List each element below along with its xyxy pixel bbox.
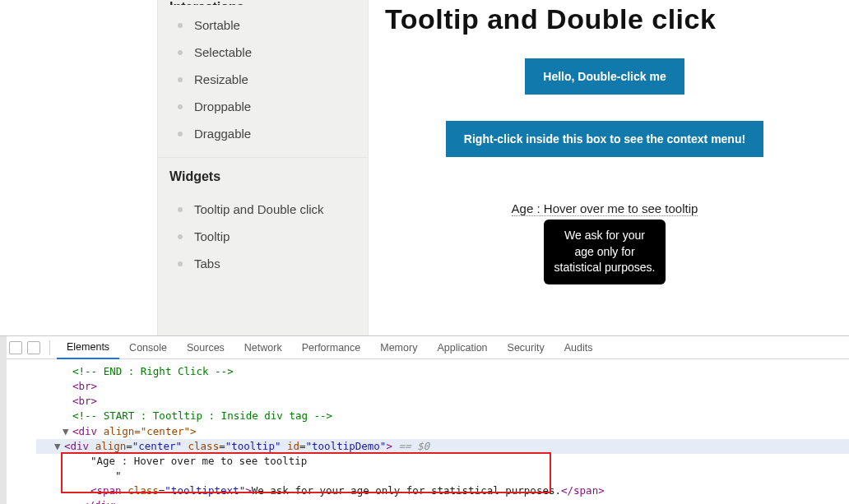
bullet-icon [178, 23, 183, 28]
sidebar-header-widgets: Widgets [158, 157, 368, 189]
bullet-icon [178, 207, 183, 212]
code-value: "tooltiptext" [165, 484, 245, 497]
tooltip-popup: We ask for your age only for statistical… [544, 220, 666, 284]
page-title: Tooltip and Double click [385, 3, 824, 35]
bullet-icon [178, 77, 183, 82]
sidebar-item-draggable[interactable]: Draggable [158, 120, 368, 147]
code-comment: <!-- START : Tootltip : Inside div tag -… [72, 409, 332, 422]
inspect-icon[interactable] [9, 341, 22, 354]
sidebar-item-tabs[interactable]: Tabs [158, 250, 368, 277]
code-tag: > [245, 484, 252, 497]
tab-performance[interactable]: Performance [292, 336, 371, 359]
tab-console[interactable]: Console [119, 336, 177, 359]
sidebar-item-tooltip[interactable]: Tooltip [158, 223, 368, 250]
sidebar-item-label: Sortable [194, 18, 240, 32]
double-click-button[interactable]: Hello, Double-click me [525, 58, 684, 95]
code-text: We ask for your age only for statistical… [252, 484, 561, 497]
tooltip-trigger-text: Age : Hover over me to see tooltip [512, 201, 698, 215]
tab-application[interactable]: Application [427, 336, 497, 359]
code-tag: > [386, 440, 392, 452]
sidebar-list-interactions: Sortable Selectable Resizable Droppable … [158, 5, 368, 157]
sidebar-list-widgets: Tooltip and Double click Tooltip Tabs [158, 189, 368, 287]
bullet-icon [178, 261, 183, 266]
tab-network[interactable]: Network [234, 336, 292, 359]
bullet-icon [178, 104, 183, 109]
sidebar-item-label: Draggable [194, 127, 251, 141]
code-tag: <br> [72, 395, 97, 407]
code-attr: align="center"> [97, 425, 196, 437]
devtools-tabs: Elements Console Sources Network Perform… [0, 336, 849, 359]
sidebar-item-label: Droppable [194, 99, 251, 113]
devtools-dom-tree[interactable]: <!-- END : Right Click --> <br> <br> <!-… [0, 359, 849, 504]
sidebar-item-tooltip-double-click[interactable]: Tooltip and Double click [158, 196, 368, 223]
code-tag: <br> [72, 380, 97, 392]
expand-arrow-icon[interactable]: ▼ [63, 424, 72, 439]
tab-divider [49, 340, 50, 355]
sidebar-item-label: Tooltip [194, 229, 230, 243]
code-tag: <div [64, 440, 89, 452]
expand-arrow-icon[interactable]: ▼ [54, 439, 64, 454]
devtools-side-strip [0, 336, 7, 504]
bullet-icon [178, 234, 183, 239]
bullet-icon [178, 132, 183, 136]
devtools-panel: Elements Console Sources Network Perform… [0, 335, 849, 504]
selected-dom-node[interactable]: ▼<div align="center" class="tooltip" id=… [36, 439, 849, 454]
code-comment: <!-- END : Right Click --> [72, 365, 234, 377]
tab-elements[interactable]: Elements [57, 336, 119, 359]
code-attr: class [182, 440, 219, 452]
sidebar-item-droppable[interactable]: Droppable [158, 93, 368, 120]
bullet-icon [178, 50, 183, 55]
code-text: " [90, 469, 122, 482]
left-gutter [0, 0, 157, 335]
tab-audits[interactable]: Audits [554, 336, 603, 359]
tab-security[interactable]: Security [498, 336, 554, 359]
sidebar-item-label: Selectable [194, 45, 252, 59]
code-text: "Age : Hover over me to see tooltip [90, 455, 307, 467]
code-tag: </span> [561, 484, 605, 497]
main-content: Tooltip and Double click Hello, Double-c… [369, 0, 849, 335]
code-attr: align [89, 440, 126, 452]
code-selection-marker: == $0 [392, 440, 429, 452]
sidebar-item-label: Tabs [194, 257, 220, 270]
code-tag: </div> [82, 499, 119, 504]
sidebar-item-label: Resizable [194, 72, 248, 86]
sidebar-item-selectable[interactable]: Selectable [158, 39, 368, 66]
code-value: "center" [132, 440, 182, 452]
context-menu-row: Right-click inside this box to see the c… [385, 121, 824, 157]
sidebar-item-sortable[interactable]: Sortable [158, 12, 368, 39]
code-attr: class [122, 484, 159, 497]
tab-sources[interactable]: Sources [177, 336, 234, 359]
tooltip-trigger[interactable]: Age : Hover over me to see tooltip We as… [512, 201, 698, 216]
code-attr: id [281, 440, 299, 452]
code-tag: <span [90, 484, 122, 497]
device-toggle-icon[interactable] [27, 341, 40, 354]
context-menu-button[interactable]: Right-click inside this box to see the c… [446, 121, 763, 157]
tab-memory[interactable]: Memory [370, 336, 427, 359]
sidebar-item-label: Tooltip and Double click [194, 202, 324, 216]
tooltip-row: Age : Hover over me to see tooltip We as… [385, 201, 824, 216]
code-value: "tooltipDemo" [306, 440, 387, 452]
sidebar-item-resizable[interactable]: Resizable [158, 66, 368, 93]
sidebar: Interactions Sortable Selectable Resizab… [157, 0, 369, 335]
double-click-row: Hello, Double-click me [385, 58, 824, 95]
code-tag: <div [72, 425, 97, 437]
code-value: "tooltip" [225, 440, 281, 452]
